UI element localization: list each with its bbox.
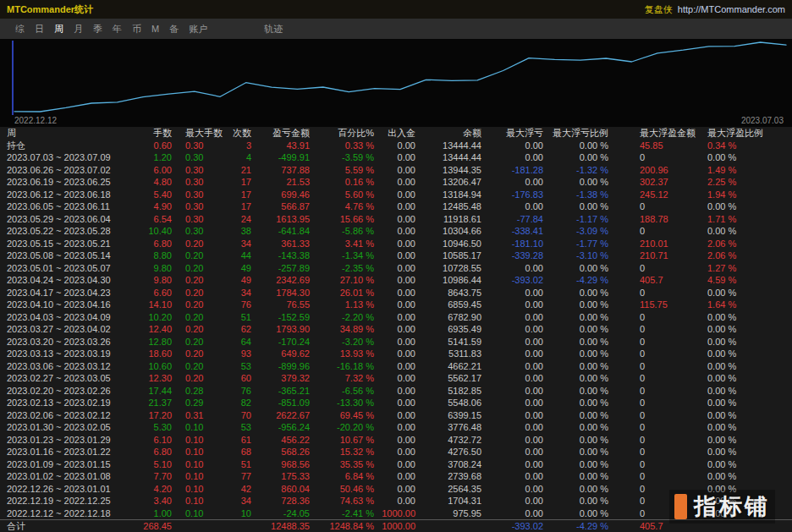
table-cell: 0.00	[484, 409, 545, 422]
table-row[interactable]: 2023.01.02 ~ 2023.01.087.700.1077175.336…	[0, 470, 792, 483]
table-cell: -3.59 %	[312, 151, 377, 164]
table-cell: 10.20	[140, 311, 175, 324]
table-cell: -641.84	[258, 225, 312, 238]
table-cell: 2023.05.15 ~ 2023.05.21	[0, 238, 140, 250]
table-cell: -3.10 %	[545, 250, 610, 262]
table-cell: 0.00 %	[545, 262, 610, 275]
table-row[interactable]: 2023.04.17 ~ 2023.04.236.600.20341784.30…	[0, 287, 792, 299]
table-cell: 7.70	[140, 470, 175, 483]
table-cell: 1793.90	[258, 323, 312, 336]
table-row[interactable]: 2023.01.23 ~ 2023.01.296.100.1061456.221…	[0, 434, 792, 447]
table-row[interactable]: 2023.02.20 ~ 2023.02.2617.440.2876-365.2…	[0, 385, 792, 398]
table-row[interactable]: 2023.03.27 ~ 2023.04.0212.400.20621793.9…	[0, 323, 792, 336]
table-cell: 5141.59	[418, 336, 484, 348]
table-cell: 0.30	[175, 213, 224, 226]
table-cell: 0.00	[377, 348, 418, 360]
table-cell: 35.35 %	[312, 458, 377, 471]
table-row[interactable]: 2023.01.16 ~ 2023.01.226.800.1068568.261…	[0, 446, 792, 458]
table-cell: 0.00	[377, 238, 418, 250]
table-row[interactable]: 2023.03.06 ~ 2023.03.1210.600.2053-899.9…	[0, 360, 792, 373]
table-cell: 0.00 %	[679, 421, 792, 434]
table-cell: 0.20	[175, 336, 224, 348]
table-cell: 0.28	[175, 385, 224, 398]
table-row[interactable]: 持仓0.600.30343.910.33 %0.0013444.440.000.…	[0, 140, 792, 152]
brand-url-link[interactable]: http://MTCommander.com	[678, 4, 785, 14]
table-cell: 0.30	[175, 176, 224, 189]
menu-item-trajectory[interactable]: 轨迹	[259, 23, 288, 36]
table-row[interactable]: 2023.03.13 ~ 2023.03.1918.600.2093649.62…	[0, 348, 792, 360]
table-row[interactable]: 2023.05.29 ~ 2023.06.046.540.30241613.95…	[0, 213, 792, 226]
table-cell: 0.00 %	[545, 446, 610, 458]
table-cell: 34	[224, 495, 258, 507]
table-row[interactable]: 2023.01.30 ~ 2023.02.055.300.1053-956.24…	[0, 421, 792, 434]
table-cell: 0.33 %	[312, 140, 377, 152]
table-row[interactable]: 2023.04.10 ~ 2023.04.1614.100.207676.551…	[0, 299, 792, 311]
table-row[interactable]: 2023.04.24 ~ 2023.04.309.800.20492342.69…	[0, 274, 792, 287]
menu-item-m[interactable]: M	[146, 24, 164, 34]
table-cell: 2023.01.02 ~ 2023.01.08	[0, 470, 140, 483]
table-row[interactable]: 2023.06.19 ~ 2023.06.254.800.301721.530.…	[0, 176, 792, 189]
table-row[interactable]: 2023.05.01 ~ 2023.05.079.800.2049-257.89…	[0, 262, 792, 275]
table-cell: -170.24	[258, 336, 312, 348]
table-cell: 0	[610, 287, 679, 299]
table-row[interactable]: 2023.02.13 ~ 2023.02.1921.370.2982-851.0…	[0, 397, 792, 409]
table-cell: 6.60	[140, 287, 175, 299]
table-row[interactable]: 2023.04.03 ~ 2023.04.0910.200.2051-152.5…	[0, 311, 792, 324]
table-cell: 0.20	[175, 287, 224, 299]
menu-item-currency[interactable]: 币	[127, 23, 146, 36]
table-cell: 4.80	[140, 176, 175, 189]
table-cell: 0.16 %	[312, 176, 377, 189]
table-cell: 0.00	[377, 385, 418, 398]
table-row[interactable]: 2023.02.27 ~ 2023.03.0512.300.2060379.32…	[0, 372, 792, 385]
table-cell: 0.00	[484, 470, 545, 483]
table-row[interactable]: 2023.06.12 ~ 2023.06.185.400.3017699.465…	[0, 189, 792, 201]
menu-item-summary[interactable]: 综	[10, 23, 30, 36]
table-cell: 0.29	[175, 397, 224, 409]
app-title: MTCommander统计	[7, 3, 93, 16]
table-cell: 17.44	[140, 385, 175, 398]
table-row[interactable]: 2023.02.06 ~ 2023.02.1217.200.31702622.6…	[0, 409, 792, 422]
table-cell: 6.84 %	[312, 470, 377, 483]
menu-item-monthly[interactable]: 月	[69, 23, 88, 36]
table-cell: 0.00	[484, 421, 545, 434]
table-cell: 0	[610, 262, 679, 275]
table-cell: 2023.03.13 ~ 2023.03.19	[0, 348, 140, 360]
table-cell: 2023.02.27 ~ 2023.03.05	[0, 372, 140, 385]
table-row[interactable]: 2023.05.15 ~ 2023.05.216.800.2034361.333…	[0, 238, 792, 250]
table-row[interactable]: 2023.05.22 ~ 2023.05.2810.400.3038-641.8…	[0, 225, 792, 238]
table-cell: 0.30	[175, 189, 224, 201]
balance-chart: 2022.12.12 2023.07.03	[0, 39, 792, 127]
menu-item-weekly[interactable]: 周	[49, 23, 69, 36]
table-cell: 2023.05.01 ~ 2023.05.07	[0, 262, 140, 275]
table-cell: 188.78	[610, 213, 679, 226]
balance-line	[14, 42, 786, 112]
table-cell: 0.00	[484, 200, 545, 213]
table-row[interactable]: 2023.06.26 ~ 2023.07.026.000.3021737.885…	[0, 164, 792, 177]
table-row[interactable]: 2023.07.03 ~ 2023.07.091.200.304-499.91-…	[0, 151, 792, 164]
table-cell: 1.20	[140, 151, 175, 164]
table-cell: 699.46	[258, 189, 312, 201]
table-cell: 1784.30	[258, 287, 312, 299]
table-cell	[418, 520, 484, 532]
table-row[interactable]: 2023.06.05 ~ 2023.06.114.900.3017566.874…	[0, 200, 792, 213]
table-cell: 0.00 %	[679, 397, 792, 409]
table-row[interactable]: 2023.03.20 ~ 2023.03.2612.800.2064-170.2…	[0, 336, 792, 348]
header-cell: 盈亏金额	[258, 127, 312, 140]
menu-item-account[interactable]: 账户	[184, 23, 212, 36]
table-cell: 0	[610, 360, 679, 373]
table-cell: 1000.00	[377, 507, 418, 520]
table-cell: 12488.35	[258, 520, 312, 532]
table-row[interactable]: 2023.05.08 ~ 2023.05.148.800.2044-143.38…	[0, 250, 792, 262]
table-cell: 0.00	[377, 151, 418, 164]
menu-item-yearly[interactable]: 年	[107, 23, 127, 36]
table-cell: -899.96	[258, 360, 312, 373]
title-bar: MTCommander统计 复盘侠 http://MTCommander.com	[0, 0, 792, 19]
menu-item-quarterly[interactable]: 季	[88, 23, 107, 36]
table-cell: 0	[610, 458, 679, 471]
table-row[interactable]: 2023.01.09 ~ 2023.01.155.100.1051968.563…	[0, 458, 792, 471]
table-cell: 5.59 %	[312, 164, 377, 177]
table-cell: 0.10	[175, 483, 224, 496]
header-cell: 次数	[224, 127, 258, 140]
menu-item-backup[interactable]: 备	[164, 23, 184, 36]
menu-item-daily[interactable]: 日	[30, 23, 49, 36]
